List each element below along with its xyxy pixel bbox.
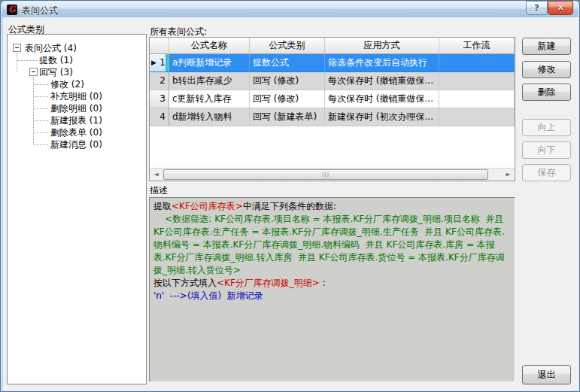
- tree-connector: [34, 108, 48, 109]
- description-line: KF公司库存表.生产任务 = 本报表.KF分厂库存调拨_明细.生产任务 并且 K…: [153, 226, 511, 239]
- description-segment: 表.KF分厂库存调拨_明细.转入库房 并且 KF公司库存表.货位号 = 本报表.…: [153, 252, 505, 263]
- description-label: 描述: [150, 184, 168, 197]
- window-title: 表间公式: [22, 5, 58, 17]
- table-cell[interactable]: [439, 72, 515, 90]
- current-record-icon: ▶: [151, 54, 156, 71]
- description-segment: 按以下方式填入: [153, 278, 217, 288]
- tree-connector: [34, 144, 48, 145]
- tree-item[interactable]: 修改 (2): [50, 78, 84, 90]
- help-button[interactable]: ?: [526, 1, 548, 15]
- scroll-left-icon[interactable]: ◄: [150, 169, 162, 181]
- description-segment: 'n' --->(填入值) 新增记录: [153, 290, 263, 301]
- row-selector-header[interactable]: [150, 38, 169, 54]
- app-logo-icon: G: [7, 5, 17, 15]
- new-button[interactable]: 新建: [522, 38, 571, 55]
- table-cell[interactable]: c更新转入库存: [169, 90, 250, 108]
- tree-connector: [34, 84, 48, 85]
- title-bar[interactable]: G 表间公式: [2, 2, 578, 17]
- tree-expander-icon[interactable]: −: [13, 44, 21, 52]
- description-line: 拨_明细.转入货位号>: [153, 264, 511, 277]
- description-line: 'n' --->(填入值) 新增记录: [153, 290, 511, 302]
- tree-expander-icon[interactable]: −: [29, 68, 38, 76]
- up-button: 向上: [522, 119, 571, 136]
- tree-item[interactable]: 补充明细 (0): [50, 90, 102, 102]
- table-row[interactable]: 4d新增转入物料回写 (新建表单)新建保存时 (初次办理保...: [150, 108, 515, 126]
- column-header[interactable]: 公式名称: [169, 38, 250, 54]
- tree-connector: [34, 96, 48, 97]
- table-cell[interactable]: 筛选条件改变后自动执行: [325, 54, 439, 72]
- tree-item[interactable]: 删除明细 (0): [50, 102, 102, 114]
- formula-table[interactable]: 公式名称公式类别应用方式工作流 1▶a判断新增记录提数公式筛选条件改变后自动执行…: [149, 37, 515, 181]
- tree-item[interactable]: 新建报表 (1): [50, 114, 102, 126]
- description-line: 按以下方式填入<KF分厂库存调拨_明细> :: [153, 277, 511, 290]
- description-line: <数据筛选: KF公司库存表.项目名称 = 本报表.KF分厂库存调拨_明细.项目…: [153, 213, 511, 226]
- description-segment: 中满足下列条件的数据:: [243, 201, 336, 211]
- table-cell[interactable]: 回写 (新建表单): [250, 108, 325, 126]
- table-row[interactable]: 1▶a判断新增记录提数公式筛选条件改变后自动执行: [150, 54, 515, 72]
- description-segment: 拨_明细.转入货位号>: [153, 265, 241, 275]
- row-header[interactable]: 4: [150, 108, 169, 126]
- description-segment: KF公司库存表.生产任务 = 本报表.KF分厂库存调拨_明细.生产任务 并且 K…: [153, 226, 505, 237]
- table-cell[interactable]: 提数公式: [250, 54, 325, 72]
- table-cell[interactable]: [439, 90, 515, 108]
- table-cell[interactable]: d新增转入物料: [169, 108, 250, 126]
- down-button: 向下: [522, 141, 571, 159]
- modify-button[interactable]: 修改: [522, 61, 571, 78]
- table-cell[interactable]: [439, 108, 515, 126]
- table-row[interactable]: 2b转出库存减少回写 (修改)每次保存时 (撤销重做保...: [150, 72, 515, 90]
- description-segment: <KF公司库存表>: [172, 201, 243, 211]
- description-line: 提取<KF公司库存表>中满足下列条件的数据:: [153, 200, 511, 213]
- close-button[interactable]: ✕: [548, 1, 573, 15]
- description-line: 表.KF分厂库存调拨_明细.转入库房 并且 KF公司库存表.货位号 = 本报表.…: [153, 251, 511, 264]
- table-row[interactable]: 3c更新转入库存回写 (修改)每次保存时 (撤销重做保...: [150, 90, 515, 108]
- tree-connector: [34, 120, 48, 121]
- dialog-window: G 表间公式 ? ✕ 公式类别 −表间公式 (4)提数 (1)−回写 (3)修改…: [0, 0, 580, 392]
- tree-item[interactable]: 表间公式 (4): [25, 42, 77, 54]
- tree-connector: [34, 132, 48, 133]
- row-header[interactable]: 1▶: [150, 54, 169, 72]
- column-header[interactable]: 公式类别: [250, 38, 325, 54]
- tree-item[interactable]: 新建消息 (0): [50, 138, 102, 150]
- table-cell[interactable]: 新建保存时 (初次办理保...: [325, 108, 439, 126]
- row-header[interactable]: 3: [150, 90, 169, 108]
- description-segment: :: [320, 278, 326, 288]
- tree-item[interactable]: 提数 (1): [39, 54, 73, 66]
- row-header[interactable]: 2: [150, 72, 169, 90]
- table-cell[interactable]: 回写 (修改): [250, 90, 325, 108]
- tree-connector: [17, 53, 17, 72]
- column-header[interactable]: 工作流: [439, 38, 515, 54]
- table-body: 1▶a判断新增记录提数公式筛选条件改变后自动执行2b转出库存减少回写 (修改)每…: [150, 54, 515, 126]
- tree-item[interactable]: 回写 (3): [39, 66, 73, 78]
- exit-button[interactable]: 退出: [522, 365, 571, 384]
- table-header-row: 公式名称公式类别应用方式工作流: [150, 38, 515, 54]
- table-cell[interactable]: a判断新增记录: [169, 54, 250, 72]
- description-line: 物料编号 = 本报表.KF分厂库存调拨_明细.物料编码 并且 KF公司库存表.库…: [153, 239, 511, 251]
- table-cell[interactable]: 回写 (修改): [250, 72, 325, 90]
- table-cell[interactable]: 每次保存时 (撤销重做保...: [325, 90, 439, 108]
- description-segment: 物料编号 = 本报表.KF分厂库存调拨_明细.物料编码 并且 KF公司库存表.库…: [153, 239, 495, 250]
- description-segment: 提取: [153, 201, 172, 211]
- tree-panel[interactable]: −表间公式 (4)提数 (1)−回写 (3)修改 (2)补充明细 (0)删除明细…: [7, 34, 147, 384]
- description-segment: <数据筛选: KF公司库存表.项目名称 = 本报表.KF分厂库存调拨_明细.项目…: [153, 214, 503, 224]
- selection-stripe: [165, 54, 169, 71]
- column-header[interactable]: 应用方式: [325, 38, 439, 54]
- scrollbar-thumb[interactable]: |||: [163, 169, 488, 180]
- description-segment: <KF分厂库存调拨_明细>: [217, 278, 320, 288]
- horizontal-scrollbar[interactable]: ◄ ||| ►: [150, 168, 515, 181]
- scroll-right-icon[interactable]: ►: [502, 169, 515, 181]
- description-box: 提取<KF公司库存表>中满足下列条件的数据: <数据筛选: KF公司库存表.项目…: [149, 197, 515, 382]
- tree-connector: [17, 60, 37, 61]
- tree-connector: [33, 77, 34, 144]
- table-cell[interactable]: [439, 54, 515, 72]
- table-cell[interactable]: b转出库存减少: [169, 72, 250, 90]
- table-cell[interactable]: 每次保存时 (撤销重做保...: [325, 72, 439, 90]
- save-button: 保存: [522, 164, 571, 181]
- delete-button[interactable]: 删除: [522, 84, 571, 101]
- tree-item[interactable]: 删除表单 (0): [50, 126, 102, 138]
